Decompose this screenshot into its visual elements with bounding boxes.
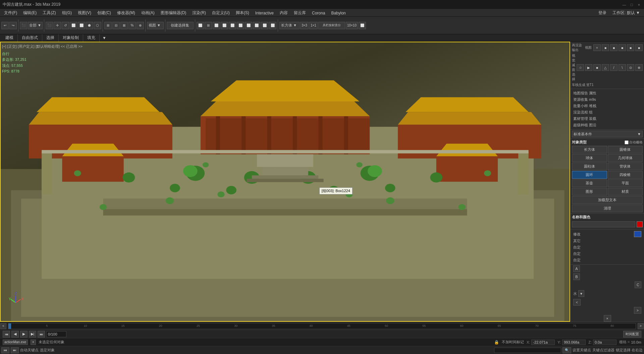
rp-modify-item[interactable]: 修改 <box>572 230 643 238</box>
last-btn[interactable]: ⬜ <box>359 22 366 29</box>
align-btn[interactable]: ⊞ <box>205 22 212 29</box>
actionman-exe-btn[interactable]: actionMan.exe <box>3 340 28 345</box>
rp-material-item[interactable]: 素材管理 装载 <box>572 116 643 122</box>
timeline-track[interactable]: 0 5 10 15 20 25 30 35 40 45 50 55 60 65 … <box>8 323 636 329</box>
rp-other-item[interactable]: 其它 <box>572 238 643 244</box>
play-last-btn[interactable]: ⏭ <box>38 331 45 338</box>
time-config-btn[interactable]: 时间配置 <box>623 331 641 338</box>
standard-dropdown[interactable]: 标准基本件 ▼ <box>572 131 643 137</box>
menu-corona[interactable]: Corona <box>309 10 328 16</box>
snap2d-btn[interactable]: ⊟ <box>112 22 120 29</box>
rp-batch-item[interactable]: 批量小样 堆栈 <box>572 103 643 109</box>
menu-animation[interactable]: 动画(A) <box>139 9 157 16</box>
render-frame-btn[interactable]: ⬜ <box>253 22 260 29</box>
rp-resource-item[interactable]: 资源收集 m9s <box>572 96 643 103</box>
window-controls[interactable]: — □ × <box>622 2 641 7</box>
percent-snap-btn[interactable]: % <box>128 22 136 29</box>
rotate-btn[interactable]: ↺ <box>62 22 69 29</box>
letter-b-btn[interactable]: B <box>573 273 580 280</box>
close-x-btn[interactable]: × <box>31 340 36 345</box>
render-setup-btn[interactable]: ⬜ <box>237 22 244 29</box>
snap-toggle-btn[interactable]: ⊞ <box>104 22 112 29</box>
mirror-btn[interactable]: ⬜ <box>197 22 204 29</box>
obj-box-btn[interactable]: 长方体 <box>572 146 607 153</box>
grid1-btn[interactable]: 3×3 <box>300 22 309 29</box>
menu-graph-editor[interactable]: 图形编辑器(D) <box>158 9 189 16</box>
obj-cylinder-btn[interactable]: 圆柱体 <box>572 163 607 170</box>
undo-btn[interactable]: ↩ <box>1 22 9 29</box>
auto-grid-checkbox[interactable] <box>625 140 629 144</box>
rp-play-btn[interactable]: ▶ <box>585 64 592 71</box>
obj-ring-btn[interactable]: 圆环 <box>572 171 607 179</box>
timeline-fwd-btn[interactable]: > <box>638 323 644 329</box>
obj-plane-btn[interactable]: 平面 <box>608 179 643 187</box>
menu-edit[interactable]: 编辑(E) <box>20 9 39 16</box>
nav-prev-frame-btn[interactable]: ⏮ <box>1 347 9 353</box>
menu-babylon[interactable]: Babylon <box>328 10 348 16</box>
color-swatch-blue[interactable] <box>634 231 641 237</box>
play-prev-btn[interactable]: ◀ <box>11 331 19 338</box>
rp-ground-item[interactable]: 地图报告 属性 <box>572 90 643 96</box>
grid3-btn[interactable]: 10×10 <box>346 22 358 29</box>
rp-square1-btn[interactable]: ■ <box>602 44 609 51</box>
menu-login[interactable]: 登录 <box>596 9 609 16</box>
tab-fill-icon[interactable]: ▼ <box>100 35 109 41</box>
viewport[interactable]: [+] [正交] [用户定义] [默认明暗处理] << 已启用 >> 自行 多边… <box>0 42 570 322</box>
obj-shape-btn[interactable]: 图形 <box>572 188 607 195</box>
color-swatch-red[interactable] <box>637 221 643 227</box>
y-value[interactable]: 993.068a <box>562 340 586 345</box>
spinner-snap-btn[interactable]: ⊕ <box>137 22 144 29</box>
mat-editor-btn[interactable]: ⬜ <box>261 22 268 29</box>
move-btn[interactable]: ✛ <box>54 22 61 29</box>
close-btn[interactable]: × <box>637 2 641 7</box>
nav-left-btn[interactable]: < <box>573 299 581 306</box>
rp-add-btn[interactable]: + <box>593 44 601 51</box>
obj-mat-btn[interactable]: 材质 <box>608 188 643 195</box>
letter-a-btn[interactable]: A <box>573 265 580 272</box>
menu-content[interactable]: 内容 <box>277 9 290 16</box>
grid2-btn[interactable]: 1×1 <box>309 22 318 29</box>
rp-circle-btn[interactable]: ⊙ <box>627 64 634 71</box>
rp-process-item[interactable]: 渲染流程 组 <box>572 109 643 116</box>
tab-populate[interactable]: 填充 <box>83 34 100 42</box>
render-to-tex-btn[interactable]: ⬜ <box>245 22 252 29</box>
menu-group[interactable]: 组(G) <box>59 9 74 16</box>
obj-cleanup-btn[interactable]: 清理 <box>572 205 643 212</box>
tab-freeform[interactable]: 自由形式 <box>18 34 42 42</box>
menu-cloud[interactable]: 留云库 <box>291 9 309 16</box>
menu-tools[interactable]: 工具(Z) <box>40 9 58 16</box>
menu-render[interactable]: 渲染(R) <box>190 9 209 16</box>
nav-right-btn[interactable]: > <box>634 307 641 314</box>
menu-create[interactable]: 创建(C) <box>95 9 114 16</box>
nav-close-btn[interactable]: × <box>604 315 611 322</box>
angle-snap-btn[interactable]: ⊠ <box>120 22 128 29</box>
obj-pyramid-btn[interactable]: 四棱锥 <box>608 171 643 179</box>
rp-custom2-item[interactable]: 自定 <box>572 251 643 257</box>
menu-modifier[interactable]: 修改器(M) <box>114 9 138 16</box>
rp-custom1-item[interactable]: 自定 <box>572 244 643 251</box>
menu-file[interactable]: 文件(F) <box>1 9 20 16</box>
mat-sep-btn[interactable]: 具栏按材质分 <box>318 22 345 29</box>
rp-stop-btn[interactable]: ■ <box>593 64 601 71</box>
rp-star-btn[interactable]: ☆ <box>577 64 584 71</box>
obj-tube-btn[interactable]: 管状体 <box>608 163 643 170</box>
obj-addtext-btn[interactable]: 加载型文本 <box>572 196 643 204</box>
view-dropdown[interactable]: 视图 ▼ <box>147 22 164 29</box>
water-dropdown-btn[interactable]: ▼ <box>578 290 584 297</box>
menu-interactive[interactable]: Interactive <box>253 10 276 16</box>
search-input[interactable] <box>494 348 561 353</box>
layer-btn[interactable]: ⬜ <box>213 22 220 29</box>
rp-super-item[interactable]: 超级种植 图沿 <box>572 122 643 128</box>
rp-tri-btn[interactable]: △ <box>602 64 609 71</box>
menu-workspace[interactable]: 工作区: 默认 ▼ <box>610 9 643 16</box>
redo-btn[interactable]: ↪ <box>9 22 17 29</box>
mat-map-btn[interactable]: ⬜ <box>269 22 276 29</box>
play-first-btn[interactable]: ⏮ <box>3 331 10 338</box>
select-filter-btn[interactable]: ⬛ <box>20 22 27 29</box>
rp-backslash-btn[interactable]: \ <box>619 64 626 71</box>
shape-dropdown[interactable]: 长方体 ▼ <box>279 22 300 29</box>
obj-teapot-btn[interactable]: 茶壶 <box>572 179 607 187</box>
timeline-back-btn[interactable]: < <box>0 323 6 329</box>
search-btn[interactable]: 🔍 <box>562 347 571 353</box>
select-obj-btn[interactable]: ⬛ <box>46 22 53 29</box>
